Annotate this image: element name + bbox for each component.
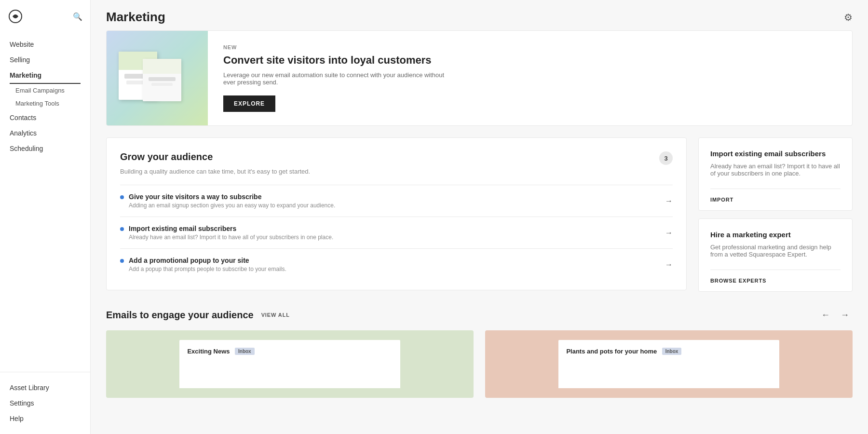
arrow-right-icon: → (665, 229, 673, 237)
view-all-link[interactable]: VIEW ALL (261, 312, 290, 318)
blue-dot-icon (120, 195, 124, 199)
sidebar-bottom: Asset Library Settings Help (0, 372, 90, 434)
banner-new-label: NEW (223, 44, 837, 50)
audience-item-import[interactable]: Import existing email subscribers Alread… (120, 217, 673, 248)
explore-button[interactable]: EXPLORE (223, 95, 275, 112)
import-link[interactable]: IMPORT (710, 189, 841, 210)
blue-dot-icon (120, 227, 124, 231)
audience-item-title: Give your site visitors a way to subscri… (129, 193, 335, 201)
sidebar-item-marketing[interactable]: Marketing (10, 68, 81, 84)
sidebar-item-selling[interactable]: Selling (0, 52, 90, 68)
import-card: Import existing email subscribers Alread… (698, 137, 853, 211)
import-card-desc: Already have an email list? Import it to… (710, 163, 841, 177)
blue-dot-icon (120, 259, 124, 263)
prev-arrow-button[interactable]: ← (818, 307, 833, 323)
audience-item-desc: Adding an email signup section gives you… (129, 202, 335, 209)
sidebar-item-asset-library[interactable]: Asset Library (0, 380, 90, 395)
banner-description: Leverage our new email automation suite … (223, 71, 455, 86)
arrow-right-icon: → (665, 197, 673, 205)
email-badge: Inbox (235, 348, 255, 355)
email-card-exciting-news[interactable]: Exciting News Inbox (106, 330, 474, 398)
email-cards: Exciting News Inbox Plants and pots for … (106, 330, 853, 398)
main-content: Marketing ⚙ (91, 0, 868, 434)
email-card-label: Exciting News (187, 348, 230, 355)
sidebar-top: 🔍 (0, 0, 90, 33)
audience-title: Grow your audience (120, 151, 213, 163)
audience-item-title: Import existing email subscribers (129, 225, 333, 232)
sidebar-item-settings[interactable]: Settings (0, 395, 90, 411)
audience-item-desc: Add a popup that prompts people to subsc… (129, 266, 286, 272)
sidebar-item-marketing-tools[interactable]: Marketing Tools (0, 97, 90, 110)
audience-badge: 3 (659, 151, 673, 165)
two-col-layout: Grow your audience 3 Building a quality … (106, 137, 853, 292)
audience-card: Grow your audience 3 Building a quality … (106, 137, 687, 290)
email-badge: Inbox (662, 348, 682, 355)
settings-icon[interactable]: ⚙ (844, 12, 853, 23)
audience-subtitle: Building a quality audience can take tim… (120, 168, 673, 175)
banner-title: Convert site visitors into loyal custome… (223, 54, 837, 67)
sidebar-nav: Website Selling Marketing Email Campaign… (0, 33, 90, 372)
banner-image (107, 31, 208, 125)
email-card-label: Plants and pots for your home (566, 348, 657, 355)
main-body: NEW Convert site visitors into loyal cus… (91, 30, 868, 413)
expert-card: Hire a marketing expert Get professional… (698, 218, 853, 292)
audience-item-popup[interactable]: Add a promotional popup to your site Add… (120, 248, 673, 280)
import-card-title: Import existing email subscribers (710, 149, 841, 158)
audience-item-subscribe[interactable]: Give your site visitors a way to subscri… (120, 185, 673, 217)
arrow-right-icon: → (665, 260, 673, 269)
audience-card-header: Grow your audience 3 (120, 151, 673, 165)
email-card-plants[interactable]: Plants and pots for your home Inbox (485, 330, 853, 398)
next-arrow-button[interactable]: → (837, 307, 853, 323)
sidebar: 🔍 Website Selling Marketing Email Campai… (0, 0, 91, 434)
audience-section: Grow your audience 3 Building a quality … (106, 137, 687, 290)
sidebar-item-help[interactable]: Help (0, 411, 90, 426)
audience-item-desc: Already have an email list? Import it to… (129, 234, 333, 241)
expert-card-desc: Get professional marketing and design he… (710, 244, 841, 258)
emails-section-header: Emails to engage your audience VIEW ALL … (106, 307, 853, 323)
side-cards: Import existing email subscribers Alread… (698, 137, 853, 292)
audience-item-title: Add a promotional popup to your site (129, 257, 286, 264)
banner-card: NEW Convert site visitors into loyal cus… (106, 30, 853, 126)
expert-card-title: Hire a marketing expert (710, 231, 841, 239)
emails-section-title: Emails to engage your audience (106, 310, 254, 321)
sidebar-item-scheduling[interactable]: Scheduling (0, 141, 90, 156)
sidebar-item-analytics[interactable]: Analytics (0, 125, 90, 141)
page-title: Marketing (106, 10, 165, 25)
sidebar-item-contacts[interactable]: Contacts (0, 110, 90, 125)
app-logo[interactable] (8, 9, 23, 24)
sidebar-item-website[interactable]: Website (0, 37, 90, 52)
main-header: Marketing ⚙ (91, 0, 868, 30)
search-icon[interactable]: 🔍 (73, 12, 82, 21)
sidebar-item-email-campaigns[interactable]: Email Campaigns (0, 84, 90, 97)
banner-content: NEW Convert site visitors into loyal cus… (208, 31, 852, 125)
browse-experts-link[interactable]: BROWSE EXPERTS (710, 270, 841, 291)
